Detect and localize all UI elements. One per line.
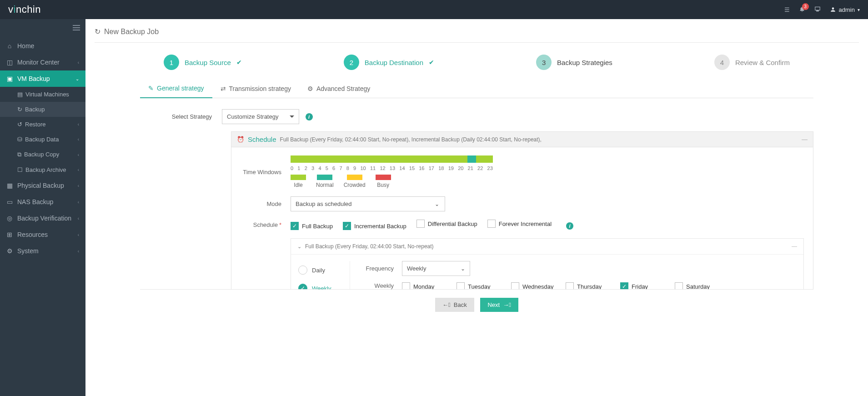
hour-label: 18 [438,165,444,171]
panel-general-strategy: Select Strategy Customize Strategy i ⏰ S… [140,98,813,289]
step-backup-source[interactable]: 1 Backup Source ✔ [164,55,242,70]
checkbox-backup-type[interactable]: Forever Incremental [487,220,552,228]
hour-label: 4 [318,165,321,171]
hour-label: 9 [353,165,356,171]
hour-label: 12 [380,165,385,171]
user-menu[interactable]: admin ▾ [830,6,860,13]
verify-icon: ◎ [6,215,13,222]
sidebar-item-system[interactable]: ⚙System ‹ [0,243,85,259]
full-backup-collapse-header[interactable]: ⌄ Full Backup (Every Friday, 02:44:00 St… [291,239,803,255]
sidebar-item-verification[interactable]: ◎Backup Verification ‹ [0,210,85,226]
schedule-section: ⏰ Schedule Full Backup (Every Friday, 02… [231,131,813,289]
undo-icon: ↺ [17,121,22,128]
main: ↻ New Backup Job 1 Backup Source ✔ 2 Bac… [85,19,868,396]
checkbox-day[interactable]: ✓Friday [620,282,666,289]
chevron-left-icon: ‹ [78,60,79,65]
tab-advanced-strategy[interactable]: ⚙ Advanced Strategy [299,79,378,98]
select-strategy-dropdown[interactable]: Customize Strategy [222,109,299,124]
chevron-left-icon: ‹ [78,122,79,127]
step-backup-strategies[interactable]: 3 Backup Strategies [536,55,612,70]
refresh-icon: ↻ [95,27,100,36]
chevron-left-icon: ‹ [78,200,79,205]
next-button[interactable]: Next →⃝ [480,298,518,312]
hour-label: 7 [339,165,342,171]
row-schedule: Schedule* ✓Full Backup✓Incremental Backu… [231,220,804,230]
layout: ⌂Home ◫Monitor Center ‹ ▣VM Backup ⌄ ▤Vi… [0,19,868,396]
step-backup-destination[interactable]: 2 Backup Destination ✔ [344,55,434,70]
wizard-steps: 1 Backup Source ✔ 2 Backup Destination ✔… [95,43,859,75]
sidebar-sub-restore[interactable]: ↺Restore ‹ [0,117,85,132]
checkbox-day[interactable]: Monday [402,282,447,289]
topbar: vinchin ☰ 3 admin ▾ [0,0,868,19]
checkbox-backup-type[interactable]: ✓Full Backup [291,222,333,230]
arrow-right-icon: →⃝ [503,301,511,308]
topbar-right: ☰ 3 admin ▾ [784,6,860,14]
checkbox-day[interactable]: Tuesday [457,282,502,289]
row-select-strategy: Select Strategy Customize Strategy i [140,109,813,124]
hours-labels: 01234567891011121314151617181920212223 [291,165,493,171]
freq-option-weekly[interactable]: ✓Weekly [291,279,350,289]
notification-badge: 3 [802,3,809,10]
copy-icon: ⧉ [17,151,21,158]
hour-label: 2 [305,165,307,171]
step-review-confirm[interactable]: 4 Review & Confirm [714,55,790,70]
sidebar-sub-backup[interactable]: ↻Backup [0,102,85,117]
info-icon[interactable]: i [566,222,573,230]
checkbox-backup-type[interactable]: ✓Incremental Backup [343,222,406,230]
sidebar-sub-backup-copy[interactable]: ⧉Backup Copy ‹ [0,147,85,162]
tab-general-strategy[interactable]: ✎ General strategy [140,79,212,98]
schedule-body: Time Windows 012345678910111213141516171… [231,147,813,289]
chevron-left-icon: ‹ [78,216,79,221]
hour-label: 10 [360,165,366,171]
sidebar-item-physical[interactable]: ▦Physical Backup ‹ [0,177,85,194]
logo: vinchin [8,4,41,15]
page-title: ↻ New Backup Job [95,27,859,43]
minus-icon: — [802,136,808,143]
sidebar-item-monitor[interactable]: ◫Monitor Center ‹ [0,54,85,70]
frequency-dropdown[interactable]: Weekly ⌄ [402,261,470,276]
hour-label: 19 [448,165,454,171]
wizard-footer: ←⃝ Back Next →⃝ [140,289,813,316]
gear-icon: ⚙ [6,247,13,255]
hour-label: 5 [326,165,328,171]
physical-icon: ▦ [6,182,13,189]
sidebar: ⌂Home ◫Monitor Center ‹ ▣VM Backup ⌄ ▤Vi… [0,19,85,396]
hour-label: 8 [346,165,349,171]
checkbox-day[interactable]: Thursday [566,282,611,289]
info-icon[interactable]: i [306,113,313,120]
sidebar-sub-backup-data[interactable]: ⛁Backup Data ‹ [0,132,85,147]
checkbox-day[interactable]: Wednesday [511,282,557,289]
sidebar-item-home[interactable]: ⌂Home [0,38,85,54]
schedule-collapse-header[interactable]: ⏰ Schedule Full Backup (Every Friday, 02… [231,131,813,147]
checkbox-backup-type[interactable]: Differential Backup [416,220,477,228]
list-icon: ▤ [17,91,23,98]
refresh-icon: ↻ [17,106,22,113]
checkbox-day[interactable]: Saturday [675,282,720,289]
sidebar-sub-backup-archive[interactable]: ☐Backup Archive ‹ [0,162,85,177]
notifications[interactable]: 3 [799,6,805,14]
sidebar-item-vm-backup[interactable]: ▣VM Backup ⌄ [0,70,85,87]
tab-transmission-strategy[interactable]: ⇄ Transmission strategy [212,79,299,98]
hour-label: 1 [297,165,300,171]
freq-option-daily[interactable]: Daily [291,261,350,279]
swap-icon: ⇄ [221,85,226,92]
row-mode: Mode Backup as scheduled ⌄ [231,196,804,211]
tasks-icon[interactable]: ☰ [784,6,790,13]
sidebar-sub-virtual-machines[interactable]: ▤Virtual Machines [0,87,85,102]
sidebar-toggle[interactable] [0,19,85,38]
back-button[interactable]: ←⃝ Back [435,298,474,312]
screen-icon[interactable] [814,6,821,14]
home-icon: ⌂ [6,42,13,50]
hour-label: 17 [429,165,434,171]
sidebar-item-resources[interactable]: ⊞Resources ‹ [0,226,85,243]
hour-label: 6 [332,165,335,171]
resources-icon: ⊞ [6,231,13,238]
hour-label: 13 [390,165,395,171]
frequency-list: Daily ✓Weekly [291,261,350,289]
select-strategy-label: Select Strategy [140,113,222,120]
chevron-left-icon: ‹ [78,232,79,237]
nas-icon: ▭ [6,198,13,206]
hour-label: 16 [419,165,424,171]
sidebar-item-nas[interactable]: ▭NAS Backup ‹ [0,194,85,210]
mode-dropdown[interactable]: Backup as scheduled ⌄ [291,196,445,211]
